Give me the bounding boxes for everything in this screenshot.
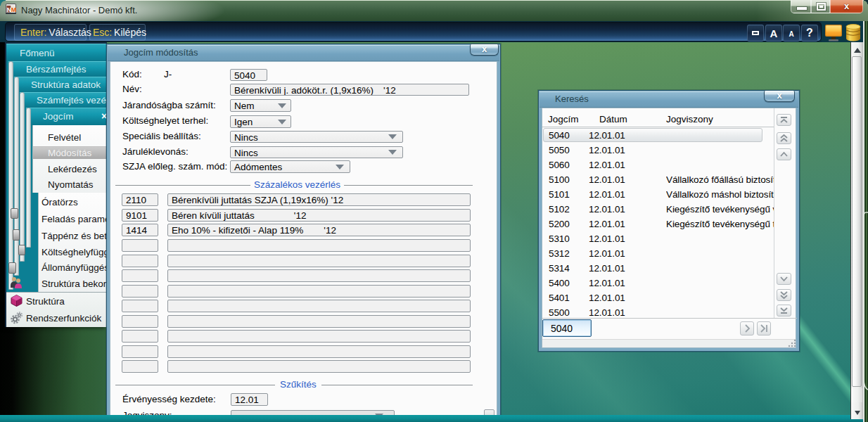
svg-text:M: M — [11, 6, 16, 13]
